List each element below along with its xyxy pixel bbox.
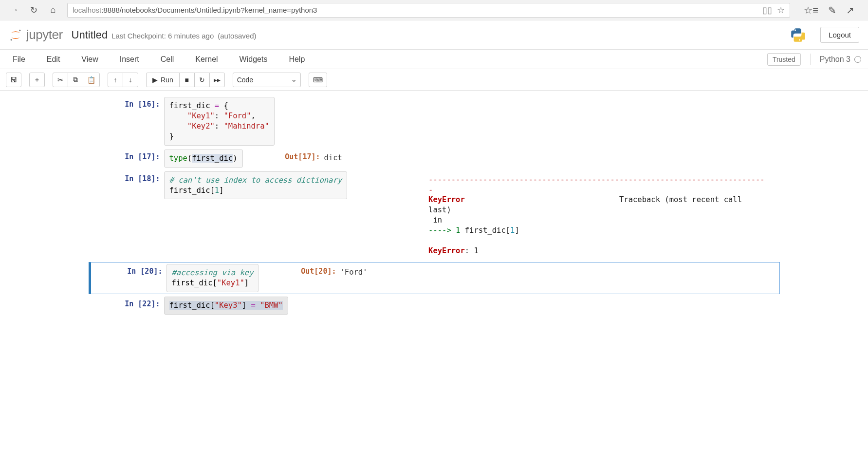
- code-input[interactable]: type(first_dic): [164, 150, 243, 168]
- notes-icon[interactable]: ✎: [828, 4, 836, 16]
- code-cell[interactable]: In [17]:type(first_dic)Out[17]:dict: [89, 148, 780, 169]
- favorites-list-icon[interactable]: ☆≡: [804, 4, 818, 16]
- svg-point-1: [11, 38, 13, 40]
- cut-button[interactable]: ✂: [53, 73, 68, 87]
- celltype-select-wrap: Code: [233, 73, 301, 87]
- out-prompt: Out[17]:: [249, 150, 324, 168]
- interrupt-button[interactable]: ■: [179, 73, 195, 87]
- jupyter-logo-icon: [9, 28, 22, 42]
- code-cell[interactable]: In [18]:# can't use index to access dict…: [89, 170, 780, 261]
- run-icon: ▶: [152, 76, 158, 84]
- svg-point-0: [19, 29, 21, 31]
- restart-run-all-button[interactable]: ▸▸: [209, 73, 225, 87]
- reading-view-icon[interactable]: ▯▯: [762, 5, 772, 16]
- kernel-indicator[interactable]: Python 3: [811, 54, 861, 65]
- in-prompt: In [22]:: [89, 297, 164, 315]
- kernel-status-icon: [854, 56, 861, 63]
- insert-cell-below-button[interactable]: ＋: [29, 73, 45, 87]
- refresh-icon[interactable]: ↻: [28, 5, 39, 16]
- out-prompt: Out[20]:: [264, 264, 340, 292]
- code-input[interactable]: first_dic = { "Key1": "Ford", "Key2": "M…: [164, 97, 275, 146]
- menu-help[interactable]: Help: [278, 51, 315, 68]
- share-icon[interactable]: ↗: [846, 4, 854, 16]
- move-down-button[interactable]: ↓: [123, 73, 138, 87]
- menu-file[interactable]: File: [2, 51, 36, 68]
- output-text: 'Ford': [340, 264, 372, 281]
- code-input[interactable]: # can't use index to access dictionary f…: [164, 171, 348, 200]
- menu-edit[interactable]: Edit: [36, 51, 71, 68]
- notebook-scroll[interactable]: In [16]:first_dic = { "Key1": "Ford", "K…: [0, 91, 868, 468]
- checkpoint-text: Last Checkpoint: 6 minutes ago: [111, 32, 214, 40]
- svg-point-2: [795, 29, 796, 31]
- python-logo-icon: [789, 27, 806, 43]
- restart-button[interactable]: ↻: [194, 73, 210, 87]
- menu-view[interactable]: View: [71, 51, 109, 68]
- in-prompt: In [18]:: [89, 171, 164, 260]
- logout-button[interactable]: Logout: [820, 27, 859, 43]
- copy-button[interactable]: ⧉: [68, 73, 83, 87]
- command-palette-button[interactable]: ⌨: [309, 73, 327, 87]
- favorite-icon[interactable]: ☆: [777, 5, 785, 16]
- save-button[interactable]: 🖫: [6, 73, 21, 87]
- celltype-select[interactable]: Code: [233, 73, 301, 87]
- code-input[interactable]: #accessing via key first_dic["Key1"]: [166, 264, 259, 292]
- edit-group: ✂ ⧉ 📋: [53, 73, 100, 87]
- output-text: dict: [324, 150, 347, 167]
- menu-kernel[interactable]: Kernel: [185, 51, 228, 68]
- notebook-container: In [16]:first_dic = { "Key1": "Ford", "K…: [86, 91, 782, 327]
- in-prompt: In [16]:: [89, 97, 164, 146]
- forward-icon[interactable]: →: [9, 5, 19, 16]
- notebook-header: jupyter Untitled Last Checkpoint: 6 minu…: [0, 20, 868, 50]
- jupyter-logo-text: jupyter: [26, 27, 63, 42]
- run-group: ▶Run ■ ↻ ▸▸: [146, 73, 225, 87]
- trusted-indicator[interactable]: Trusted: [767, 53, 801, 66]
- notebook-title-block[interactable]: Untitled Last Checkpoint: 6 minutes ago …: [72, 29, 257, 41]
- move-group: ↑ ↓: [108, 73, 138, 87]
- svg-point-3: [799, 39, 800, 40]
- browser-right-icons: ☆≡ ✎ ↗: [794, 4, 864, 16]
- url-host: localhost: [73, 6, 101, 14]
- in-prompt: In [17]:: [89, 150, 164, 168]
- home-icon[interactable]: ⌂: [48, 5, 58, 16]
- in-prompt: In [20]:: [91, 264, 166, 292]
- code-cell[interactable]: In [16]:first_dic = { "Key1": "Ford", "K…: [89, 95, 780, 147]
- run-label: Run: [161, 76, 173, 84]
- menu-widgets[interactable]: Widgets: [229, 51, 278, 68]
- notebook-name[interactable]: Untitled: [72, 29, 108, 41]
- move-up-button[interactable]: ↑: [108, 73, 123, 87]
- jupyter-logo[interactable]: jupyter: [9, 27, 63, 42]
- toolbar: 🖫 ＋ ✂ ⧉ 📋 ↑ ↓ ▶Run ■ ↻ ▸▸ Code ⌨: [0, 69, 868, 91]
- code-cell[interactable]: In [22]:first_dic["Key3"] = "BMW": [89, 295, 780, 316]
- browser-toolbar: → ↻ ⌂ localhost:8888/notebooks/Documents…: [0, 0, 868, 20]
- browser-nav-icons: → ↻ ⌂: [4, 5, 63, 16]
- paste-button[interactable]: 📋: [83, 73, 100, 87]
- code-input[interactable]: first_dic["Key3"] = "BMW": [164, 297, 288, 315]
- url-path: :8888/notebooks/Documents/Untitled.ipynb…: [101, 6, 317, 14]
- run-button[interactable]: ▶Run: [146, 73, 180, 87]
- traceback-output: ----------------------------------------…: [428, 171, 774, 260]
- autosave-text: (autosaved): [218, 32, 256, 40]
- menubar: File Edit View Insert Cell Kernel Widget…: [0, 50, 868, 69]
- address-bar[interactable]: localhost:8888/notebooks/Documents/Untit…: [67, 3, 790, 18]
- kernel-name: Python 3: [820, 55, 850, 64]
- menu-insert[interactable]: Insert: [109, 51, 150, 68]
- menu-cell[interactable]: Cell: [150, 51, 185, 68]
- code-cell[interactable]: In [20]:#accessing via key first_dic["Ke…: [89, 262, 780, 294]
